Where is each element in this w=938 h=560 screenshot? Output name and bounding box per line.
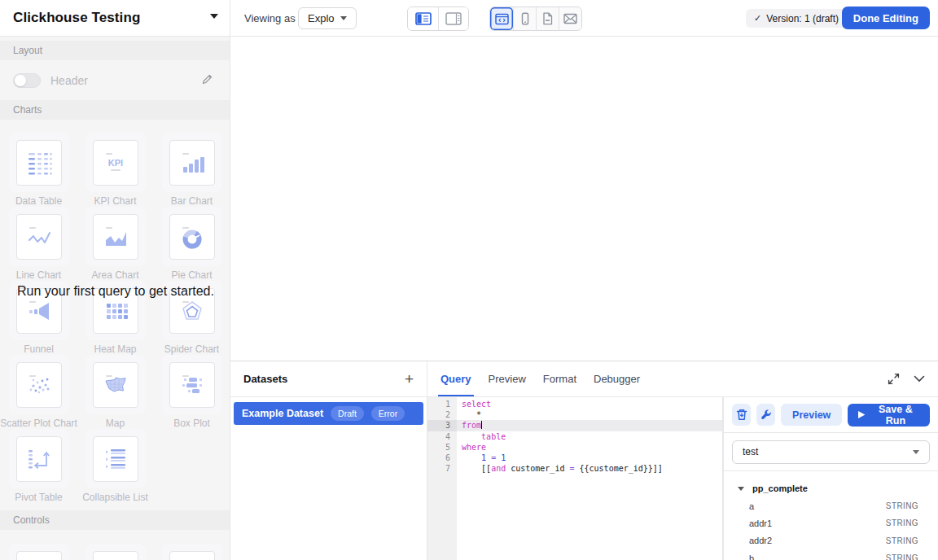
line-number: 7 <box>427 463 457 474</box>
control-tile[interactable] <box>1 544 77 560</box>
area-chart-icon <box>99 221 132 253</box>
dashboard-title-area[interactable]: Clickhouse Testing <box>0 0 230 36</box>
text-cursor <box>481 421 482 429</box>
save-and-run-button[interactable]: Save & Run <box>848 404 930 427</box>
line-chart-icon <box>23 221 55 253</box>
collapsible-list-icon <box>99 443 132 475</box>
chart-tile-label: Collapsible List <box>82 492 148 503</box>
page-title: Clickhouse Testing <box>0 10 140 26</box>
viewing-as-select[interactable]: Explo <box>298 7 357 29</box>
header-toggle-label: Header <box>50 74 88 87</box>
datasets-panel: Datasets + Example DatasetDraftError <box>230 361 427 560</box>
tab-debugger[interactable]: Debugger <box>594 361 640 396</box>
control-tile[interactable] <box>77 544 154 560</box>
column-type: STRING <box>886 536 918 545</box>
schema-column-a: aSTRING <box>738 497 918 514</box>
pie-chart-icon <box>176 221 208 253</box>
done-editing-button[interactable]: Done Editing <box>842 7 930 29</box>
schema-table-name: pp_complete <box>752 483 808 493</box>
dataset-item[interactable]: Example DatasetDraftError <box>234 402 423 425</box>
schema-column-addr2: addr2STRING <box>738 532 918 549</box>
code-line-5: 5where <box>427 442 722 453</box>
tab-format[interactable]: Format <box>543 361 576 396</box>
schema-table-header[interactable]: pp_complete <box>738 479 918 497</box>
version-label: Version: 1 (draft) <box>766 13 839 24</box>
datasets-title: Datasets <box>243 373 287 385</box>
schema-column-b: bSTRING <box>738 549 918 560</box>
chart-tile-label: Spider Chart <box>164 343 219 355</box>
add-dataset-button[interactable]: + <box>405 371 414 387</box>
chart-tile-pie-chart[interactable]: Pie Chart <box>154 207 230 281</box>
section-controls: Controls <box>0 510 230 530</box>
dataset-badge-draft: Draft <box>331 406 364 421</box>
code-line-1: 1select <box>427 399 722 409</box>
chart-tile-box-plot[interactable]: Box Plot <box>154 355 230 429</box>
chart-tile-label: Funnel <box>24 343 54 355</box>
chart-tile-scatter-plot-chart[interactable]: Scatter Plot Chart <box>1 355 77 429</box>
chart-tile-map[interactable]: Map <box>77 355 154 429</box>
collapse-chevron-icon[interactable] <box>914 375 925 383</box>
spider-chart-icon <box>176 295 208 327</box>
svg-text:KPI: KPI <box>107 158 122 168</box>
tab-preview[interactable]: Preview <box>489 361 526 396</box>
code-line-7: 7 [[and customer_id = {{customer_id}}]] <box>427 463 722 474</box>
chart-tile-label: Map <box>106 418 125 429</box>
chart-tile-bar-chart[interactable]: Bar Chart <box>154 133 230 207</box>
expand-panel-icon[interactable] <box>888 373 900 385</box>
chart-tile-kpi-chart[interactable]: KPIKPI Chart <box>77 133 154 207</box>
column-name: b <box>749 553 754 560</box>
preview-button[interactable]: Preview <box>781 404 842 426</box>
dashboard-canvas[interactable] <box>230 37 938 361</box>
datasource-select[interactable]: test <box>732 440 930 464</box>
data-table-icon <box>23 147 55 179</box>
panel-right-toggle-button[interactable] <box>438 7 468 30</box>
delete-dataset-button[interactable] <box>732 404 751 426</box>
chart-tile-pivot-table[interactable]: Pivot Table <box>1 429 77 503</box>
schema-column-addr1: addr1STRING <box>738 514 918 532</box>
chart-tile-label: Box Plot <box>173 418 210 429</box>
schema-browser: pp_complete aSTRINGaddr1STRINGaddr2STRIN… <box>724 471 938 560</box>
chart-tile-label: Pie Chart <box>171 269 212 281</box>
title-dropdown-caret-icon[interactable] <box>210 14 218 19</box>
tab-query[interactable]: Query <box>441 361 471 396</box>
email-mode-button[interactable] <box>559 7 581 30</box>
bar-chart-icon <box>176 147 208 179</box>
version-badge[interactable]: ✓ Version: 1 (draft) <box>746 9 847 28</box>
scatter-plot-icon <box>23 369 55 401</box>
column-name: addr2 <box>749 536 772 545</box>
section-charts: Charts <box>0 100 230 120</box>
chart-tile-label: KPI Chart <box>94 195 136 207</box>
edit-pencil-icon[interactable] <box>201 73 213 89</box>
chart-tile-collapsible-list[interactable]: Collapsible List <box>77 429 154 503</box>
query-actions: Preview Save & Run <box>724 397 938 433</box>
panel-left-toggle-button[interactable] <box>408 7 438 30</box>
control-tile[interactable] <box>154 544 230 560</box>
sql-editor[interactable]: 1select2 *3from4 table5where6 1 = 17 [[a… <box>427 397 723 560</box>
browser-embed-mode-button[interactable] <box>490 7 513 30</box>
preview-mode-group <box>489 7 582 31</box>
section-layout: Layout <box>0 41 230 60</box>
viewing-as-label: Viewing as <box>244 0 296 36</box>
chart-tile-label: Area Chart <box>91 269 138 281</box>
line-number: 4 <box>427 431 457 442</box>
code-line-6: 6 1 = 1 <box>427 453 722 463</box>
chart-tile-label: Bar Chart <box>171 195 213 207</box>
code-line-4: 4 table <box>427 431 722 442</box>
schema-columns: aSTRINGaddr1STRINGaddr2STRINGbSTRING <box>738 497 918 560</box>
chart-tile-line-chart[interactable]: Line Chart <box>1 207 77 281</box>
query-tabbar: QueryPreviewFormatDebugger <box>427 361 938 397</box>
line-number: 3 <box>427 420 457 431</box>
query-settings-wrench-button[interactable] <box>756 404 775 426</box>
bottom-panel: Datasets + Example DatasetDraftError Que… <box>230 361 938 560</box>
pdf-mode-button[interactable] <box>536 7 559 30</box>
mobile-mode-button[interactable] <box>513 7 536 30</box>
viewing-as-value: Explo <box>308 12 335 24</box>
dataset-name: Example Dataset <box>242 408 323 419</box>
header-toggle-row: Header <box>0 61 230 100</box>
layout-toggle-group <box>407 7 469 31</box>
chart-tile-data-table[interactable]: Data Table <box>1 133 77 207</box>
line-number: 2 <box>427 409 457 420</box>
chart-tile-area-chart[interactable]: Area Chart <box>77 207 154 281</box>
empty-state-message: Run your first query to get started. <box>10 283 221 299</box>
header-toggle-switch[interactable] <box>13 73 41 88</box>
